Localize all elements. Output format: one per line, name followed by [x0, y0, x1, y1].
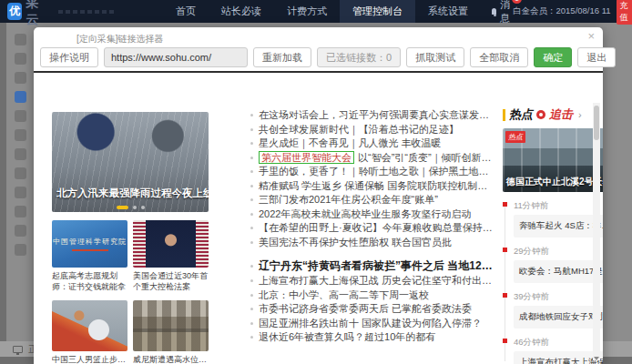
help-button[interactable]: 操作说明	[40, 47, 98, 67]
timeline-time: 39分钟前	[514, 291, 603, 301]
scrollbar-thumb[interactable]	[594, 106, 599, 140]
hot-timeline-item[interactable]: 11分钟前奔驰车起火 4S店：非质量问题	[503, 200, 603, 238]
test-button[interactable]: 抓取测试	[406, 47, 464, 67]
top-navbar: 优 采云 首页站长必读计费方式管理控制台系统设置 消息 1 白金会员：2015/…	[0, 0, 632, 23]
carousel-dots[interactable]	[52, 206, 209, 209]
close-icon[interactable]: ×	[587, 30, 595, 42]
url-input[interactable]	[104, 47, 248, 67]
app-sidebar	[6, 30, 34, 259]
app-sidebar-icon	[15, 91, 26, 103]
exit-button[interactable]: 退出	[577, 47, 616, 67]
nav-item-首页[interactable]: 首页	[163, 0, 209, 23]
toolbar-divider	[34, 71, 603, 73]
cancel-all-button[interactable]: 全部取消	[470, 47, 528, 67]
bullet-icon	[250, 294, 253, 297]
card-caption: 起底高考志愿规划师：证书交钱就能拿	[52, 271, 127, 293]
news-headline-link[interactable]: 【在希望的田野上·夏收记】今年夏粮收购总量保持高水平	[250, 221, 495, 236]
card-caption: 美国会通过近30年首个重大控枪法案	[133, 271, 209, 293]
news-headline-link[interactable]: 辽宁丹东“持黄码者看病被拦”事件之后 当地12345回应	[250, 258, 495, 274]
screen: 优 采云 首页站长必读计费方式管理控制台系统设置 消息 1 白金会员：2015/…	[0, 0, 632, 364]
app-sidebar-icon	[15, 206, 26, 217]
news-headline-link[interactable]: 北京：中小学、高一高二等下周一返校	[250, 288, 495, 303]
news-headline-link[interactable]: 上海宣布打赢大上海保卫战 历史会记住坚守和付出的所有人	[250, 274, 495, 288]
news-card[interactable]: 美国会通过近30年首个重大控枪法案	[133, 220, 209, 300]
news-headline-link[interactable]: 第六届世界智能大会以“智会”引“质变”｜倾听创新的脉动	[250, 151, 495, 166]
recharge-button[interactable]: 充值	[617, 0, 632, 25]
nav-item-站长必读[interactable]: 站长必读	[209, 0, 274, 23]
news-headline-link[interactable]: 2022年高校未就业高校毕业生服务攻坚行动启动	[250, 207, 495, 222]
news-headline-link[interactable]: 星火成炬｜不舍再见｜凡人微光 丰收温暖	[250, 136, 495, 151]
bullet-icon	[250, 279, 253, 282]
hot-panel-header[interactable]: 热点 追击 ›	[503, 106, 603, 123]
app-sidebar-icon	[15, 34, 26, 46]
news-card[interactable]: 威尼斯遭遇高水位洪涝 圣	[133, 300, 209, 364]
nav-item-计费方式[interactable]: 计费方式	[274, 0, 340, 23]
news-headline-link[interactable]: 手里的饭，更香了！｜聆听土地之歌｜保护黑土地就是保护每个…	[250, 165, 495, 179]
app-sidebar-icon	[15, 225, 26, 237]
bullet-icon	[250, 157, 253, 159]
news-headline-text: 市委书记跻身省委常委两天后 已掌舵省委政法委	[259, 303, 472, 314]
confirm-button[interactable]: 确定	[534, 47, 572, 67]
timeline-headline[interactable]: 欧委会：马航MH17是被袭击落	[514, 260, 603, 283]
timeline-dot-icon	[503, 293, 507, 298]
news-headline-link[interactable]: 市委书记跻身省委常委两天后 已掌舵省委政法委	[250, 302, 495, 317]
timeline-headline[interactable]: 上海宣布打赢大上海保卫战	[514, 351, 603, 364]
carousel-dot[interactable]	[141, 206, 145, 209]
news-headline-text: 共创全球发展新时代｜【沿着总书记的足迹】	[259, 124, 459, 135]
timeline-headline[interactable]: 奔驰车起火 4S店：非质量问题	[514, 215, 603, 238]
bullet-icon	[250, 308, 253, 310]
news-card[interactable]: 中国三人男篮止步小组赛	[52, 300, 127, 364]
news-headline-link[interactable]: 共创全球发展新时代｜【沿着总书记的足迹】	[250, 123, 495, 137]
selected-link-highlight[interactable]: 第六届世界智能大会	[259, 151, 354, 164]
bullet-icon	[250, 265, 253, 268]
news-headline-link[interactable]: 国足亚洲排名跌出前十 国家队建设为何陷入停滞？	[250, 317, 495, 331]
scrollbar-down-arrow[interactable]	[594, 357, 599, 360]
nav-item-系统设置[interactable]: 系统设置	[415, 0, 481, 23]
news-headline-text: 以“智会”引“质变”｜倾听创新的脉动	[358, 152, 495, 163]
member-status: 白金会员：2015/08/16 11	[513, 5, 611, 17]
news-headline-text: 星火成炬｜不舍再见｜凡人微光 丰收温暖	[259, 137, 442, 148]
news-headline-text: 辽宁丹东“持黄码者看病被拦”事件之后 当地12345回应	[259, 259, 495, 272]
carousel-dot[interactable]	[133, 206, 137, 209]
logo-wordmark: 采云	[25, 0, 51, 28]
bullet-icon	[250, 185, 253, 187]
news-headline-text: 北京：中小学、高一高二等下周一返校	[259, 289, 429, 300]
card-caption: 威尼斯遭遇高水位洪涝 圣	[133, 355, 209, 364]
bell-icon	[492, 8, 496, 15]
news-headline-link[interactable]: 在这场对话会上，习近平为何强调要真心实意谋发展？	[250, 108, 495, 123]
news-headline-link[interactable]: 美国宪法不再保护女性堕胎权 联合国官员批	[250, 236, 495, 250]
hot-timeline-item[interactable]: 46分钟前上海宣布打赢大上海保卫战	[503, 337, 603, 364]
link-selector-modal: [定向采集]链接选择器 × 操作说明 重新加载 已选链接数：0 抓取测试 全部取…	[34, 27, 603, 364]
news-card[interactable]: 中国管理科学研究院 起底高考志愿规划师：证书交钱就能拿	[52, 220, 127, 300]
hot-title-accent: 追击	[549, 106, 573, 123]
app-sidebar-icon	[15, 129, 26, 141]
timeline-headline[interactable]: 成都地铁回应女子对小孩跳地铁	[514, 306, 603, 329]
logo-tagline	[58, 10, 114, 14]
news-headline-text: 在这场对话会上，习近平为何强调要真心实意谋发展？	[259, 109, 495, 120]
news-headline-text: 【在希望的田野上·夏收记】今年夏粮收购总量保持高水平	[259, 222, 495, 233]
news-headline-text: 手里的饭，更香了！｜聆听土地之歌｜保护黑土地就是保护每个…	[259, 166, 495, 177]
news-headline-link[interactable]: 三部门发布2021年住房公积金年度“账单”	[250, 193, 495, 207]
nav-item-管理控制台[interactable]: 管理控制台	[340, 0, 415, 23]
reload-button[interactable]: 重新加载	[253, 47, 311, 67]
page-scrollbar[interactable]	[593, 103, 600, 360]
app-sidebar-icon	[15, 148, 26, 160]
bullet-icon	[250, 128, 253, 131]
modal-title: [定向采集]链接选择器	[76, 33, 164, 46]
left-column: 北方入汛来最强降雨过程今夜上线 中国管理科学研究院 起底高考志愿规划师：证书交钱…	[52, 112, 209, 364]
logo-icon: 优	[7, 3, 22, 20]
timeline-time: 46分钟前	[514, 337, 603, 347]
app-sidebar-icon	[15, 187, 26, 198]
nav-messages[interactable]: 消息 1	[492, 0, 513, 25]
hot-timeline-item[interactable]: 39分钟前成都地铁回应女子对小孩跳地铁	[503, 291, 603, 329]
carousel-dot-active[interactable]	[117, 206, 128, 209]
news-headline-link[interactable]: 退休近6年被查算久吗？超过10年的都有	[250, 330, 495, 345]
bullet-icon	[250, 170, 253, 173]
hot-timeline-item[interactable]: 29分钟前欧委会：马航MH17是被袭击落	[503, 246, 603, 283]
news-headline-link[interactable]: 精准赋码 学生返乡 保通保畅 国务院联防联控机制回应	[250, 179, 495, 194]
hero-carousel[interactable]: 北方入汛来最强降雨过程今夜上线	[52, 112, 209, 212]
hot-hero-card[interactable]: 热点 德国正式中止北溪2号天然气管道	[503, 128, 603, 192]
timeline-dot-icon	[503, 339, 507, 343]
hot-hero-caption: 德国正式中止北溪2号天然气管道	[503, 165, 603, 192]
app-logo[interactable]: 优 采云	[7, 0, 114, 28]
